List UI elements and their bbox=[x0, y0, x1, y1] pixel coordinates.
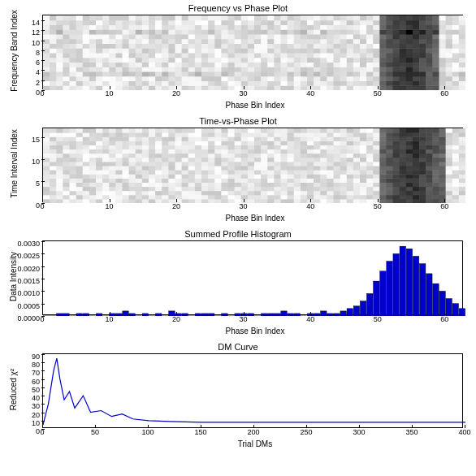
svg-rect-63 bbox=[452, 304, 459, 316]
chart-title: Frequency vs Phase Plot bbox=[8, 3, 468, 13]
plot-area-time: 051015 bbox=[42, 128, 463, 202]
svg-rect-59 bbox=[426, 274, 433, 316]
svg-rect-55 bbox=[400, 246, 406, 316]
x-axis-label: Phase Bin Index bbox=[42, 327, 468, 335]
x-axis-label: Trial DMs bbox=[42, 439, 468, 448]
heatmap-canvas bbox=[43, 15, 465, 90]
bar-svg bbox=[43, 241, 465, 316]
panel-profile: Summed Profile Histogram Data Intensity … bbox=[8, 229, 468, 335]
y-ticks: 051015 bbox=[9, 128, 41, 201]
chart-title: Time-vs-Phase Plot bbox=[8, 116, 468, 126]
line-svg bbox=[43, 354, 465, 429]
svg-rect-52 bbox=[380, 271, 387, 316]
chart-title: Summed Profile Histogram bbox=[8, 229, 468, 239]
x-ticks: 0102030405060 bbox=[42, 202, 463, 212]
chart-title: DM Curve bbox=[8, 342, 468, 352]
svg-rect-51 bbox=[374, 281, 380, 316]
svg-rect-53 bbox=[387, 262, 393, 316]
figure: Frequency vs Phase Plot Frequency Band I… bbox=[0, 0, 476, 461]
svg-rect-58 bbox=[419, 264, 426, 316]
y-ticks: 02468101214 bbox=[9, 15, 41, 89]
panel-freq-phase: Frequency vs Phase Plot Frequency Band I… bbox=[8, 3, 468, 110]
panel-dm-curve: DM Curve Reduced χ² 0102030405060708090 … bbox=[8, 342, 468, 448]
x-ticks: 050100150200250300350400 bbox=[42, 428, 463, 438]
plot-area-profile: 0.00000.00050.00100.00150.00200.00250.00… bbox=[42, 240, 463, 315]
y-ticks: 0.00000.00050.00100.00150.00200.00250.00… bbox=[9, 241, 41, 314]
svg-rect-60 bbox=[433, 283, 439, 316]
svg-rect-57 bbox=[413, 256, 419, 316]
svg-rect-54 bbox=[393, 253, 400, 316]
svg-rect-50 bbox=[366, 293, 373, 316]
plot-area-dm: 0102030405060708090 bbox=[42, 353, 463, 428]
svg-rect-49 bbox=[360, 301, 366, 316]
x-ticks: 0102030405060 bbox=[42, 89, 463, 99]
panel-time-phase: Time-vs-Phase Plot Time Interval Index 0… bbox=[8, 116, 468, 223]
y-ticks: 0102030405060708090 bbox=[9, 354, 41, 427]
x-axis-label: Phase Bin Index bbox=[42, 101, 468, 110]
plot-area-freq: 02468101214 bbox=[42, 15, 463, 89]
x-ticks: 0102030405060 bbox=[42, 315, 463, 325]
svg-rect-62 bbox=[446, 299, 452, 316]
heatmap-canvas bbox=[43, 128, 465, 203]
svg-rect-56 bbox=[406, 249, 413, 316]
x-axis-label: Phase Bin Index bbox=[42, 214, 468, 223]
